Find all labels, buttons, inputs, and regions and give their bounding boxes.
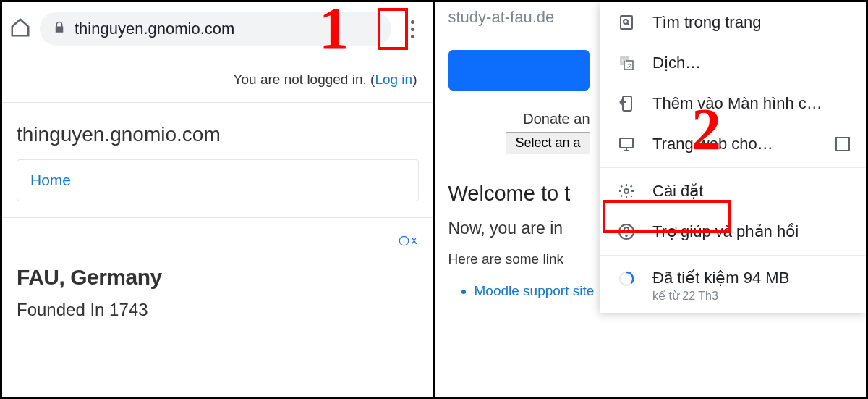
ad-subline: Founded In 1743 xyxy=(2,293,433,320)
primary-button[interactable] xyxy=(448,50,590,91)
find-icon xyxy=(616,12,637,33)
menu-translate[interactable]: G文 Dịch… xyxy=(600,43,866,83)
menu-divider xyxy=(600,167,866,168)
nav-box: Home xyxy=(17,159,419,201)
desktop-checkbox[interactable] xyxy=(835,137,850,151)
welcome-heading: Welcome to t xyxy=(448,182,595,206)
donate-label: Donate an xyxy=(448,111,595,127)
menu-add-to-home[interactable]: Thêm vào Màn hình c… xyxy=(600,83,866,124)
menu-divider xyxy=(600,255,866,256)
amount-select[interactable]: Select an a xyxy=(506,132,590,154)
here-text: Here are some link xyxy=(448,251,595,267)
ad-choices[interactable]: x xyxy=(2,217,433,249)
svg-rect-8 xyxy=(623,96,631,111)
menu-label: Thêm vào Màn hình c… xyxy=(652,94,822,113)
menu-label: Tìm trong trang xyxy=(652,13,761,32)
svg-point-12 xyxy=(624,189,629,193)
svg-text:文: 文 xyxy=(627,63,632,68)
menu-find-in-page[interactable]: Tìm trong trang xyxy=(600,2,866,43)
svg-line-5 xyxy=(627,23,629,25)
login-link[interactable]: Log in xyxy=(375,72,412,87)
page-title: thinguyen.gnomio.com xyxy=(2,103,433,159)
annotation-step-1: 1 xyxy=(319,2,349,58)
annotation-step-2: 2 xyxy=(692,100,721,159)
data-since-text: kể từ 22 Th3 xyxy=(652,289,789,303)
left-panel: thinguyen.gnomio.com 1 You are not logge… xyxy=(2,2,435,397)
url-text: thinguyen.gnomio.com xyxy=(75,20,234,38)
svg-point-14 xyxy=(626,235,627,237)
translate-icon: G文 xyxy=(616,53,637,73)
annotation-highlight-1 xyxy=(378,8,408,50)
add-home-icon xyxy=(616,93,637,114)
gear-icon xyxy=(616,181,637,201)
browser-toolbar: thinguyen.gnomio.com xyxy=(2,2,433,56)
login-status: You are not logged in. (Log in) xyxy=(2,56,433,103)
lock-icon xyxy=(53,20,66,38)
data-saver-icon xyxy=(616,269,637,289)
svg-rect-3 xyxy=(621,16,632,29)
ad-info-icon: x xyxy=(399,234,417,247)
svg-text:G: G xyxy=(622,58,626,63)
ad-headline: FAU, Germany xyxy=(2,249,433,293)
annotation-highlight-2 xyxy=(603,200,731,233)
support-link[interactable]: Moodle support site xyxy=(475,283,595,299)
desktop-icon xyxy=(616,134,637,154)
menu-label: Dịch… xyxy=(652,54,701,72)
menu-desktop-site[interactable]: Trang web cho… xyxy=(600,124,866,164)
svg-rect-9 xyxy=(620,138,633,148)
nav-home-link[interactable]: Home xyxy=(30,172,71,188)
menu-label: Cài đặt xyxy=(652,182,703,201)
right-panel: study-at-fau.de Donate an Select an a We… xyxy=(435,2,867,397)
url-hint-text: study-at-fau.de xyxy=(448,2,595,33)
chrome-menu: Tìm trong trang G文 Dịch… Thêm vào Màn hì… xyxy=(600,2,866,313)
home-icon[interactable] xyxy=(9,17,31,41)
menu-data-saver[interactable]: Đã tiết kiệm 94 MB kể từ 22 Th3 xyxy=(600,259,866,313)
now-text: Now, you are in xyxy=(448,219,595,238)
data-saved-text: Đã tiết kiệm 94 MB xyxy=(652,269,789,287)
